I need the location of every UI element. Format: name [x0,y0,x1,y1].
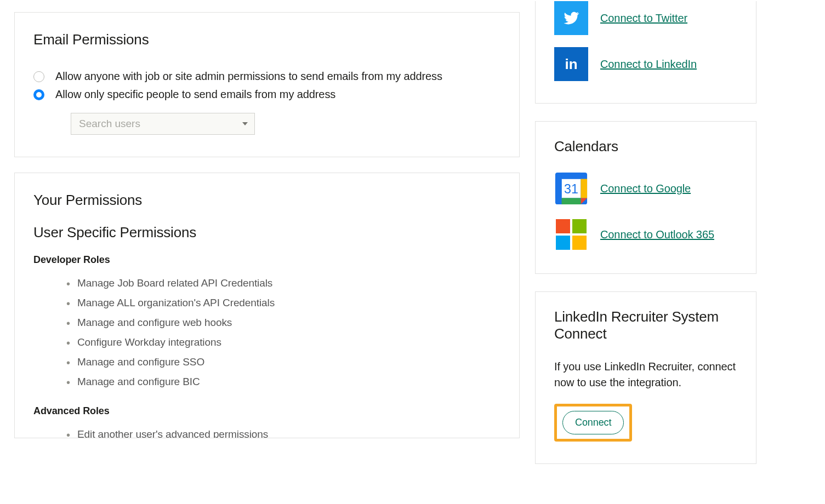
social-panel: Connect to Twitter in Connect to LinkedI… [535,1,756,104]
search-users-combobox[interactable]: Search users [71,113,255,135]
advanced-roles-list: Edit another user's advanced permissions [33,425,500,438]
svg-rect-4 [562,198,581,204]
connect-linkedin-row: in Connect to LinkedIn [554,47,737,81]
list-item: Edit another user's advanced permissions [66,425,500,438]
svg-rect-5 [555,179,562,198]
svg-rect-3 [581,179,587,198]
developer-roles-heading: Developer Roles [33,254,500,266]
your-permissions-panel: Your Permissions User Specific Permissio… [14,173,520,438]
search-users-placeholder: Search users [79,118,140,130]
microsoft-icon [554,217,588,251]
email-permissions-panel: Email Permissions Allow anyone with job … [14,12,520,157]
connect-outlook-link[interactable]: Connect to Outlook 365 [600,228,714,241]
calendars-panel: Calendars 31 Connect to Google [535,121,756,274]
lrsc-title: LinkedIn Recruiter System Connect [554,308,737,342]
connect-button-highlight: Connect [554,404,632,442]
twitter-icon [554,1,588,35]
lrsc-description: If you use LinkedIn Recruiter, connect n… [554,359,737,391]
user-specific-permissions-heading: User Specific Permissions [33,224,500,241]
connect-button[interactable]: Connect [562,411,624,434]
svg-rect-6 [562,173,581,179]
connect-outlook-row: Connect to Outlook 365 [554,217,737,251]
list-item: Configure Workday integrations [66,333,500,352]
list-item: Manage and configure SSO [66,352,500,372]
radio-label-anyone: Allow anyone with job or site admin perm… [55,70,442,83]
radio-unselected-icon[interactable] [33,71,44,82]
linkedin-icon: in [554,47,588,81]
list-item: Manage Job Board related API Credentials [66,273,500,293]
advanced-roles-heading: Advanced Roles [33,405,500,417]
connect-twitter-row: Connect to Twitter [554,1,737,35]
calendars-title: Calendars [554,138,737,155]
your-permissions-title: Your Permissions [33,192,500,209]
linkedin-recruiter-panel: LinkedIn Recruiter System Connect If you… [535,291,756,464]
radio-selected-icon[interactable] [33,89,44,100]
list-item: Manage and configure web hooks [66,313,500,333]
developer-roles-list: Manage Job Board related API Credentials… [33,273,500,392]
list-item: Manage and configure BIC [66,372,500,392]
connect-linkedin-link[interactable]: Connect to LinkedIn [600,58,697,71]
list-item: Manage ALL organization's API Credential… [66,293,500,313]
radio-row-specific[interactable]: Allow only specific people to send email… [33,88,500,101]
connect-google-row: 31 Connect to Google [554,171,737,205]
radio-label-specific: Allow only specific people to send email… [55,88,335,101]
svg-text:31: 31 [564,182,578,196]
email-permissions-title: Email Permissions [33,31,500,48]
connect-twitter-link[interactable]: Connect to Twitter [600,12,687,25]
google-calendar-icon: 31 [554,171,588,205]
radio-row-anyone[interactable]: Allow anyone with job or site admin perm… [33,70,500,83]
chevron-down-icon [242,122,248,125]
connect-google-link[interactable]: Connect to Google [600,182,691,195]
